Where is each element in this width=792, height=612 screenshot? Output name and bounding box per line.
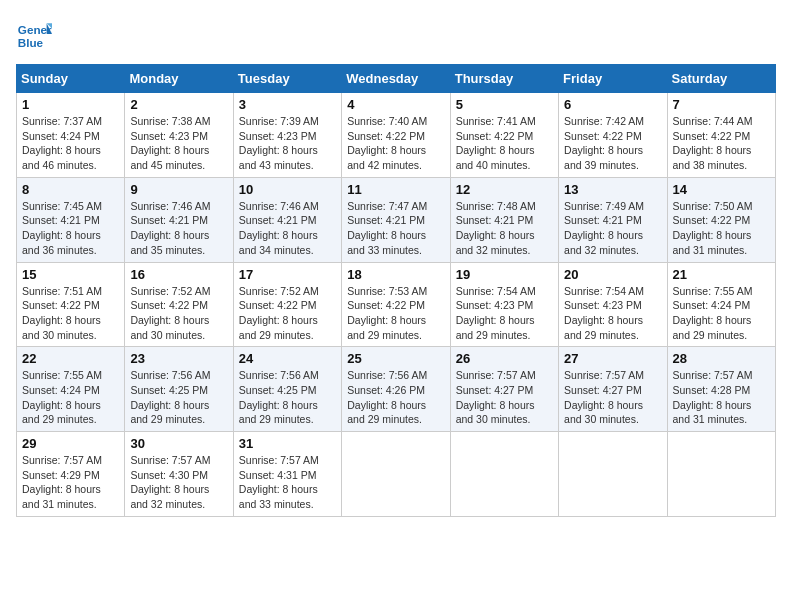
header-tuesday: Tuesday	[233, 65, 341, 93]
week-row-3: 15Sunrise: 7:51 AMSunset: 4:22 PMDayligh…	[17, 262, 776, 347]
day-info-13: Sunrise: 7:49 AMSunset: 4:21 PMDaylight:…	[564, 199, 661, 258]
day-number-8: 8	[22, 182, 119, 197]
day-info-6: Sunrise: 7:42 AMSunset: 4:22 PMDaylight:…	[564, 114, 661, 173]
empty-cell	[667, 432, 775, 517]
day-cell-26: 26Sunrise: 7:57 AMSunset: 4:27 PMDayligh…	[450, 347, 558, 432]
day-info-1: Sunrise: 7:37 AMSunset: 4:24 PMDaylight:…	[22, 114, 119, 173]
empty-cell	[342, 432, 450, 517]
day-cell-25: 25Sunrise: 7:56 AMSunset: 4:26 PMDayligh…	[342, 347, 450, 432]
day-number-16: 16	[130, 267, 227, 282]
day-number-7: 7	[673, 97, 770, 112]
day-info-14: Sunrise: 7:50 AMSunset: 4:22 PMDaylight:…	[673, 199, 770, 258]
day-info-24: Sunrise: 7:56 AMSunset: 4:25 PMDaylight:…	[239, 368, 336, 427]
week-row-5: 29Sunrise: 7:57 AMSunset: 4:29 PMDayligh…	[17, 432, 776, 517]
day-cell-9: 9Sunrise: 7:46 AMSunset: 4:21 PMDaylight…	[125, 177, 233, 262]
day-info-22: Sunrise: 7:55 AMSunset: 4:24 PMDaylight:…	[22, 368, 119, 427]
day-info-19: Sunrise: 7:54 AMSunset: 4:23 PMDaylight:…	[456, 284, 553, 343]
day-cell-22: 22Sunrise: 7:55 AMSunset: 4:24 PMDayligh…	[17, 347, 125, 432]
calendar-header-row: SundayMondayTuesdayWednesdayThursdayFrid…	[17, 65, 776, 93]
day-info-10: Sunrise: 7:46 AMSunset: 4:21 PMDaylight:…	[239, 199, 336, 258]
day-info-28: Sunrise: 7:57 AMSunset: 4:28 PMDaylight:…	[673, 368, 770, 427]
day-info-15: Sunrise: 7:51 AMSunset: 4:22 PMDaylight:…	[22, 284, 119, 343]
day-cell-1: 1Sunrise: 7:37 AMSunset: 4:24 PMDaylight…	[17, 93, 125, 178]
week-row-4: 22Sunrise: 7:55 AMSunset: 4:24 PMDayligh…	[17, 347, 776, 432]
day-number-25: 25	[347, 351, 444, 366]
day-number-5: 5	[456, 97, 553, 112]
day-number-12: 12	[456, 182, 553, 197]
day-cell-21: 21Sunrise: 7:55 AMSunset: 4:24 PMDayligh…	[667, 262, 775, 347]
day-number-15: 15	[22, 267, 119, 282]
day-info-21: Sunrise: 7:55 AMSunset: 4:24 PMDaylight:…	[673, 284, 770, 343]
day-cell-23: 23Sunrise: 7:56 AMSunset: 4:25 PMDayligh…	[125, 347, 233, 432]
day-info-29: Sunrise: 7:57 AMSunset: 4:29 PMDaylight:…	[22, 453, 119, 512]
day-cell-14: 14Sunrise: 7:50 AMSunset: 4:22 PMDayligh…	[667, 177, 775, 262]
day-info-25: Sunrise: 7:56 AMSunset: 4:26 PMDaylight:…	[347, 368, 444, 427]
day-cell-18: 18Sunrise: 7:53 AMSunset: 4:22 PMDayligh…	[342, 262, 450, 347]
day-cell-17: 17Sunrise: 7:52 AMSunset: 4:22 PMDayligh…	[233, 262, 341, 347]
day-number-27: 27	[564, 351, 661, 366]
day-cell-10: 10Sunrise: 7:46 AMSunset: 4:21 PMDayligh…	[233, 177, 341, 262]
day-cell-11: 11Sunrise: 7:47 AMSunset: 4:21 PMDayligh…	[342, 177, 450, 262]
empty-cell	[450, 432, 558, 517]
week-row-1: 1Sunrise: 7:37 AMSunset: 4:24 PMDaylight…	[17, 93, 776, 178]
day-cell-28: 28Sunrise: 7:57 AMSunset: 4:28 PMDayligh…	[667, 347, 775, 432]
header-monday: Monday	[125, 65, 233, 93]
day-cell-12: 12Sunrise: 7:48 AMSunset: 4:21 PMDayligh…	[450, 177, 558, 262]
day-info-20: Sunrise: 7:54 AMSunset: 4:23 PMDaylight:…	[564, 284, 661, 343]
calendar-table: SundayMondayTuesdayWednesdayThursdayFrid…	[16, 64, 776, 517]
day-info-27: Sunrise: 7:57 AMSunset: 4:27 PMDaylight:…	[564, 368, 661, 427]
day-cell-27: 27Sunrise: 7:57 AMSunset: 4:27 PMDayligh…	[559, 347, 667, 432]
day-info-26: Sunrise: 7:57 AMSunset: 4:27 PMDaylight:…	[456, 368, 553, 427]
page-header: General Blue	[16, 16, 776, 52]
empty-cell	[559, 432, 667, 517]
day-cell-7: 7Sunrise: 7:44 AMSunset: 4:22 PMDaylight…	[667, 93, 775, 178]
day-info-7: Sunrise: 7:44 AMSunset: 4:22 PMDaylight:…	[673, 114, 770, 173]
week-row-2: 8Sunrise: 7:45 AMSunset: 4:21 PMDaylight…	[17, 177, 776, 262]
day-cell-4: 4Sunrise: 7:40 AMSunset: 4:22 PMDaylight…	[342, 93, 450, 178]
day-number-22: 22	[22, 351, 119, 366]
day-number-3: 3	[239, 97, 336, 112]
day-cell-20: 20Sunrise: 7:54 AMSunset: 4:23 PMDayligh…	[559, 262, 667, 347]
day-number-11: 11	[347, 182, 444, 197]
day-info-11: Sunrise: 7:47 AMSunset: 4:21 PMDaylight:…	[347, 199, 444, 258]
day-info-12: Sunrise: 7:48 AMSunset: 4:21 PMDaylight:…	[456, 199, 553, 258]
day-number-13: 13	[564, 182, 661, 197]
day-cell-31: 31Sunrise: 7:57 AMSunset: 4:31 PMDayligh…	[233, 432, 341, 517]
header-thursday: Thursday	[450, 65, 558, 93]
day-cell-29: 29Sunrise: 7:57 AMSunset: 4:29 PMDayligh…	[17, 432, 125, 517]
day-number-29: 29	[22, 436, 119, 451]
day-number-2: 2	[130, 97, 227, 112]
day-cell-16: 16Sunrise: 7:52 AMSunset: 4:22 PMDayligh…	[125, 262, 233, 347]
logo-icon: General Blue	[16, 16, 52, 52]
day-number-4: 4	[347, 97, 444, 112]
header-sunday: Sunday	[17, 65, 125, 93]
day-cell-24: 24Sunrise: 7:56 AMSunset: 4:25 PMDayligh…	[233, 347, 341, 432]
day-number-6: 6	[564, 97, 661, 112]
day-info-30: Sunrise: 7:57 AMSunset: 4:30 PMDaylight:…	[130, 453, 227, 512]
header-wednesday: Wednesday	[342, 65, 450, 93]
day-info-18: Sunrise: 7:53 AMSunset: 4:22 PMDaylight:…	[347, 284, 444, 343]
day-cell-8: 8Sunrise: 7:45 AMSunset: 4:21 PMDaylight…	[17, 177, 125, 262]
day-info-17: Sunrise: 7:52 AMSunset: 4:22 PMDaylight:…	[239, 284, 336, 343]
day-number-24: 24	[239, 351, 336, 366]
day-info-16: Sunrise: 7:52 AMSunset: 4:22 PMDaylight:…	[130, 284, 227, 343]
day-cell-15: 15Sunrise: 7:51 AMSunset: 4:22 PMDayligh…	[17, 262, 125, 347]
day-number-14: 14	[673, 182, 770, 197]
day-number-30: 30	[130, 436, 227, 451]
day-number-28: 28	[673, 351, 770, 366]
day-number-20: 20	[564, 267, 661, 282]
day-number-1: 1	[22, 97, 119, 112]
day-info-31: Sunrise: 7:57 AMSunset: 4:31 PMDaylight:…	[239, 453, 336, 512]
day-info-2: Sunrise: 7:38 AMSunset: 4:23 PMDaylight:…	[130, 114, 227, 173]
day-number-26: 26	[456, 351, 553, 366]
header-friday: Friday	[559, 65, 667, 93]
day-number-19: 19	[456, 267, 553, 282]
day-number-21: 21	[673, 267, 770, 282]
day-info-8: Sunrise: 7:45 AMSunset: 4:21 PMDaylight:…	[22, 199, 119, 258]
day-info-3: Sunrise: 7:39 AMSunset: 4:23 PMDaylight:…	[239, 114, 336, 173]
day-info-5: Sunrise: 7:41 AMSunset: 4:22 PMDaylight:…	[456, 114, 553, 173]
day-info-9: Sunrise: 7:46 AMSunset: 4:21 PMDaylight:…	[130, 199, 227, 258]
day-info-23: Sunrise: 7:56 AMSunset: 4:25 PMDaylight:…	[130, 368, 227, 427]
day-cell-6: 6Sunrise: 7:42 AMSunset: 4:22 PMDaylight…	[559, 93, 667, 178]
day-cell-2: 2Sunrise: 7:38 AMSunset: 4:23 PMDaylight…	[125, 93, 233, 178]
